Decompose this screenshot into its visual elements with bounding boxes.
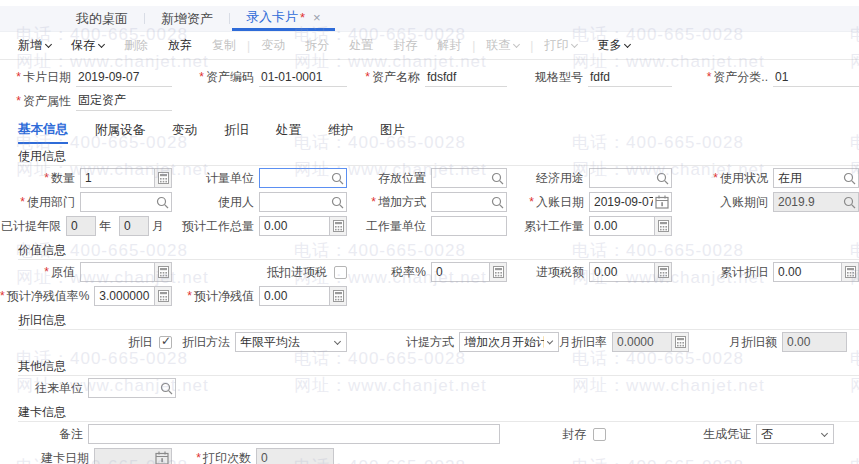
close-icon[interactable]: × bbox=[313, 10, 321, 25]
search-icon[interactable] bbox=[157, 379, 175, 397]
calculator-icon[interactable] bbox=[654, 217, 671, 235]
add-button[interactable]: 新增 bbox=[8, 37, 61, 54]
calculator-icon[interactable] bbox=[841, 263, 858, 281]
search-icon[interactable] bbox=[840, 193, 858, 211]
input-tax-amount-input[interactable]: 0.00 bbox=[589, 262, 672, 282]
tab-attached-equipment[interactable]: 附属设备 bbox=[95, 117, 145, 144]
entry-date-input[interactable]: 2019-09-07 bbox=[589, 192, 672, 212]
user-input[interactable] bbox=[259, 192, 347, 212]
field-label-text: 预计净残值率% bbox=[7, 288, 90, 305]
field-depreciate: 折旧 bbox=[0, 330, 172, 354]
input-value: 2019-09-07 bbox=[78, 70, 139, 84]
generate-voucher-select[interactable]: 否 bbox=[756, 424, 834, 444]
tab-picture[interactable]: 图片 bbox=[380, 117, 405, 144]
tab-depreciation[interactable]: 折旧 bbox=[224, 117, 249, 144]
remark-input[interactable] bbox=[88, 424, 500, 444]
calculator-icon[interactable] bbox=[329, 287, 346, 305]
monthly-depreciation-amount-input: 0.00 bbox=[782, 332, 847, 352]
field-label-text: 使用人 bbox=[218, 194, 254, 211]
tab-change[interactable]: 变动 bbox=[172, 117, 197, 144]
field-accumulated-depreciation: 累计折旧0.00 bbox=[672, 260, 859, 284]
field-spec-model: 规格型号fdfd bbox=[507, 65, 672, 89]
spacer-cell bbox=[672, 284, 859, 308]
search-icon[interactable] bbox=[488, 193, 506, 211]
field-print-count: *打印次数0 bbox=[172, 446, 334, 464]
input-value: 01-01-0001 bbox=[261, 70, 322, 84]
business-partner-input[interactable] bbox=[88, 378, 176, 398]
window-tab-new-asset[interactable]: 新增资产 bbox=[147, 6, 227, 31]
field-label: *资产名称 bbox=[347, 69, 425, 86]
add-method-input[interactable] bbox=[431, 192, 507, 212]
search-icon[interactable] bbox=[328, 193, 346, 211]
calculator-icon[interactable] bbox=[329, 217, 346, 235]
economic-use-input[interactable] bbox=[589, 168, 672, 188]
deduct-input-tax-checkbox[interactable] bbox=[334, 266, 347, 279]
form-sections: 使用信息*数量1计量单位存放位置经济用途*使用状况在用*使用部门使用人*增加方式… bbox=[0, 148, 859, 464]
net-residual-rate-input[interactable]: 3.000000 bbox=[94, 286, 172, 306]
search-icon[interactable] bbox=[328, 169, 346, 187]
accumulated-workload-input[interactable]: 0.00 bbox=[589, 216, 672, 236]
field-label: *原值 bbox=[0, 264, 80, 281]
asset-code-input[interactable]: 01-01-0001 bbox=[259, 67, 347, 87]
field-label: 预计工作总量 bbox=[172, 218, 259, 235]
expected-workload-input[interactable]: 0.00 bbox=[259, 216, 347, 236]
discard-button[interactable]: 放弃 bbox=[158, 37, 202, 54]
window-tab-label: 新增资产 bbox=[161, 10, 213, 28]
window-tab-my-desktop[interactable]: 我的桌面 bbox=[62, 6, 142, 31]
measure-unit-input[interactable] bbox=[259, 168, 347, 188]
field-label-text: 累计折旧 bbox=[720, 264, 768, 281]
calculator-icon[interactable] bbox=[154, 169, 171, 187]
search-icon[interactable] bbox=[653, 169, 671, 187]
field-label: *卡片日期 bbox=[0, 69, 76, 86]
field-economic-use: 经济用途 bbox=[507, 166, 672, 190]
tab-maintenance[interactable]: 维护 bbox=[328, 117, 353, 144]
storage-location-input[interactable] bbox=[431, 168, 507, 188]
asset-name-input[interactable]: fdsfdf bbox=[425, 67, 507, 87]
accrual-method-select[interactable]: 增加次月开始计提 bbox=[459, 332, 559, 352]
calculator-icon[interactable] bbox=[489, 263, 506, 281]
spec-model-input[interactable]: fdfd bbox=[588, 67, 672, 87]
calendar-icon[interactable] bbox=[153, 449, 171, 464]
asset-attribute-input[interactable]: 固定资产 bbox=[76, 91, 172, 111]
card-date-input[interactable]: 2019-09-07 bbox=[76, 67, 172, 87]
search-icon[interactable] bbox=[153, 193, 171, 211]
asset-category-input[interactable]: 01 bbox=[773, 67, 859, 87]
field-label: 生成凭证 bbox=[606, 426, 756, 443]
search-icon[interactable] bbox=[840, 169, 858, 187]
depreciate-checkbox[interactable] bbox=[159, 336, 172, 349]
usage-status-input[interactable]: 在用 bbox=[773, 168, 859, 188]
field-label-text: 资产名称 bbox=[372, 69, 420, 86]
tax-rate-input[interactable]: 0 bbox=[431, 262, 507, 282]
calculator-icon[interactable] bbox=[654, 263, 671, 281]
tab-basic-info[interactable]: 基本信息 bbox=[18, 117, 68, 144]
input-value: 在用 bbox=[778, 170, 840, 187]
field-label: 抵扣进项税 bbox=[172, 264, 332, 281]
accumulated-depreciation-input[interactable]: 0.00 bbox=[773, 262, 859, 282]
depreciation-method-select[interactable]: 年限平均法 bbox=[235, 332, 347, 352]
workload-unit-input[interactable] bbox=[431, 216, 507, 236]
field-label: 使用人 bbox=[172, 194, 259, 211]
form-row: *预计净残值率%3.000000*预计净残值0.00 bbox=[0, 284, 859, 308]
depreciated-years-year-input: 0 bbox=[66, 216, 96, 236]
field-label-text: 月折旧额 bbox=[729, 334, 777, 351]
content-tab-bar: 基本信息附属设备变动折旧处置维护图片 bbox=[0, 117, 859, 144]
tab-disposal[interactable]: 处置 bbox=[276, 117, 301, 144]
field-label: *打印次数 bbox=[172, 450, 256, 464]
calculator-icon[interactable] bbox=[671, 333, 688, 351]
chevron-down-icon bbox=[547, 338, 554, 345]
calculator-icon[interactable] bbox=[154, 287, 171, 305]
input-value: 0 bbox=[436, 265, 489, 279]
search-icon[interactable] bbox=[488, 169, 506, 187]
window-tab-enter-card[interactable]: 录入卡片*× bbox=[232, 6, 335, 31]
field-expected-workload: 预计工作总量0.00 bbox=[172, 214, 347, 238]
original-value-input[interactable] bbox=[80, 262, 172, 282]
quantity-input[interactable]: 1 bbox=[80, 168, 172, 188]
seal-flag-checkbox[interactable] bbox=[593, 428, 606, 441]
calculator-icon[interactable] bbox=[154, 263, 171, 281]
more-button[interactable]: 更多 bbox=[587, 37, 640, 54]
save-button[interactable]: 保存 bbox=[61, 37, 114, 54]
use-department-input[interactable] bbox=[80, 192, 172, 212]
net-residual-value-input[interactable]: 0.00 bbox=[259, 286, 347, 306]
calendar-icon[interactable] bbox=[653, 193, 671, 211]
field-label-text: 月折旧率 bbox=[559, 334, 607, 351]
